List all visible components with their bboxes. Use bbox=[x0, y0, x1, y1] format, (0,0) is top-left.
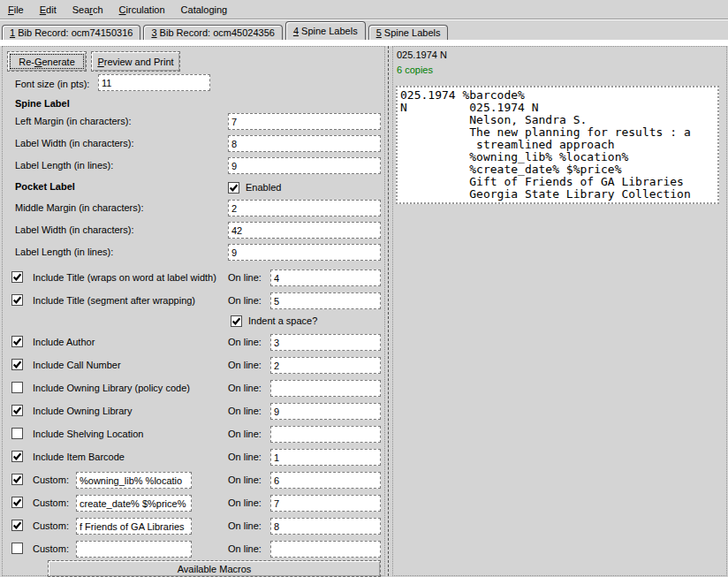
regenerate-button[interactable]: Re-Generate bbox=[7, 51, 87, 72]
settings-panel: Re-Generate Preview and Print Font size … bbox=[2, 46, 385, 576]
include-owning-library-label: Include Owning Library bbox=[33, 406, 133, 416]
custom-3-checkbox[interactable] bbox=[11, 520, 23, 531]
menu-label: Catalo bbox=[181, 4, 209, 15]
available-macros-button[interactable]: Available Macros bbox=[48, 560, 381, 577]
menu-circulation[interactable]: Circulation bbox=[111, 2, 173, 18]
custom-1-checkbox[interactable] bbox=[11, 474, 23, 485]
on-line-label: On line: bbox=[228, 452, 262, 462]
pocket-label-length-label: Label Length (in lines): bbox=[15, 247, 113, 257]
custom-3-label: Custom: bbox=[33, 520, 69, 531]
tab-spine-labels-5[interactable]: 5 Spine Labels bbox=[368, 25, 449, 40]
on-line-input-call-number[interactable] bbox=[270, 357, 381, 374]
custom-2-checkbox[interactable] bbox=[11, 497, 23, 508]
button-mnemonic: P bbox=[97, 57, 103, 67]
custom-3-value-input[interactable] bbox=[76, 518, 192, 535]
menu-search[interactable]: Search bbox=[64, 2, 111, 18]
menu-mnemonic: C bbox=[119, 4, 126, 15]
on-line-input-item-barcode[interactable] bbox=[270, 449, 381, 466]
pocket-enabled-label: Enabled bbox=[246, 182, 281, 193]
check-icon bbox=[12, 406, 22, 415]
tab-bib-record-ocm45024356[interactable]: 3 Bib Record: ocm45024356 bbox=[143, 25, 282, 40]
font-size-input[interactable] bbox=[98, 74, 210, 91]
spine-label-length-label: Label Length (in lines): bbox=[15, 160, 113, 171]
indent-a-space-checkbox[interactable] bbox=[231, 315, 242, 327]
on-line-label: On line: bbox=[228, 429, 262, 439]
preview-and-print-button[interactable]: Preview and Print bbox=[91, 51, 180, 72]
menu-label: dit bbox=[46, 4, 57, 15]
custom-2-value-input[interactable] bbox=[76, 495, 192, 512]
tab-content-strip bbox=[0, 40, 728, 46]
panel-splitter[interactable] bbox=[388, 46, 391, 576]
tab-label: Spine Labels bbox=[382, 27, 441, 38]
include-title-segment-checkbox[interactable] bbox=[11, 294, 23, 306]
menu-edit[interactable]: Edit bbox=[32, 2, 64, 18]
pocket-label-length-input[interactable] bbox=[228, 244, 381, 261]
spine-left-margin-input[interactable] bbox=[228, 113, 381, 130]
font-size-label: Font size (in pts): bbox=[15, 79, 89, 89]
menu-file[interactable]: File bbox=[0, 2, 32, 18]
include-call-number-checkbox[interactable] bbox=[11, 359, 23, 370]
on-line-input-custom-2[interactable] bbox=[270, 495, 381, 512]
menu-label: irculation bbox=[126, 4, 165, 15]
menu-label: ing bbox=[215, 4, 228, 15]
menu-label: Sea bbox=[72, 4, 90, 15]
tab-label: Spine Labels bbox=[299, 26, 358, 36]
include-title-wrap-label: Include Title (wraps on word at label wi… bbox=[33, 272, 216, 283]
include-author-label: Include Author bbox=[33, 337, 95, 347]
call-number-label: 025.1974 N bbox=[397, 49, 447, 60]
check-icon bbox=[12, 337, 22, 346]
on-line-input-shelving-location[interactable] bbox=[270, 426, 381, 443]
include-owning-policy-label: Include Owning Library (policy code) bbox=[33, 383, 190, 393]
button-label: enerate bbox=[42, 57, 74, 67]
check-icon bbox=[12, 497, 22, 507]
spine-label-length-input[interactable] bbox=[228, 157, 381, 174]
spine-left-margin-label: Left Margin (in characters): bbox=[15, 116, 131, 126]
on-line-input-custom-1[interactable] bbox=[270, 472, 381, 489]
custom-4-checkbox[interactable] bbox=[11, 543, 23, 554]
include-call-number-label: Include Call Number bbox=[33, 360, 121, 370]
on-line-input-author[interactable] bbox=[270, 334, 381, 351]
check-icon bbox=[229, 183, 239, 193]
on-line-input-custom-3[interactable] bbox=[270, 518, 381, 535]
include-title-wrap-checkbox[interactable] bbox=[11, 271, 23, 283]
pocket-label-width-input[interactable] bbox=[228, 222, 381, 239]
include-item-barcode-checkbox[interactable] bbox=[11, 451, 23, 462]
custom-4-value-input[interactable] bbox=[76, 541, 192, 558]
spine-label-width-label: Label Width (in characters): bbox=[15, 138, 134, 148]
include-owning-library-checkbox[interactable] bbox=[11, 405, 23, 416]
preview-panel: 025.1974 N 6 copies 025.1974 %barcode% N… bbox=[392, 46, 727, 576]
check-icon bbox=[12, 475, 22, 484]
pocket-enabled-checkbox[interactable] bbox=[228, 182, 239, 194]
menu-cataloging[interactable]: Cataloging bbox=[173, 2, 236, 18]
spine-label-width-input[interactable] bbox=[228, 135, 381, 152]
pocket-middle-margin-input[interactable] bbox=[228, 200, 381, 216]
on-line-label: On line: bbox=[228, 406, 262, 416]
check-icon bbox=[12, 360, 22, 369]
on-line-input-custom-4[interactable] bbox=[270, 541, 381, 558]
custom-1-value-input[interactable] bbox=[76, 472, 192, 489]
on-line-label: On line: bbox=[228, 337, 262, 347]
on-line-input-title-segment[interactable] bbox=[270, 292, 381, 309]
menu-label: ch bbox=[93, 4, 103, 15]
label-preview-textarea[interactable]: 025.1974 %barcode% N 025.1974 N Nelson, … bbox=[396, 86, 719, 204]
on-line-input-owning-library[interactable] bbox=[270, 403, 381, 420]
include-owning-policy-checkbox[interactable] bbox=[11, 382, 23, 393]
tab-bib-record-ocm74150316[interactable]: 1 Bib Record: ocm74150316 bbox=[2, 25, 140, 40]
custom-2-label: Custom: bbox=[33, 497, 69, 508]
include-author-checkbox[interactable] bbox=[11, 336, 23, 347]
indent-a-space-label: Indent a space? bbox=[248, 315, 317, 326]
custom-1-label: Custom: bbox=[33, 475, 69, 485]
on-line-label: On line: bbox=[228, 520, 262, 531]
on-line-label: On line: bbox=[228, 497, 262, 508]
tab-spine-labels-4[interactable]: 4 Spine Labels bbox=[285, 21, 366, 40]
check-icon bbox=[12, 295, 22, 305]
check-icon bbox=[12, 272, 22, 282]
menu-mnemonic: E bbox=[40, 4, 46, 15]
on-line-label: On line: bbox=[228, 360, 262, 370]
on-line-input-owning-policy[interactable] bbox=[270, 380, 381, 397]
check-icon bbox=[12, 452, 22, 461]
tab-label: Bib Record: ocm74150316 bbox=[15, 27, 133, 38]
on-line-label: On line: bbox=[228, 383, 262, 393]
on-line-input-title-wrap[interactable] bbox=[270, 270, 381, 286]
include-shelving-location-checkbox[interactable] bbox=[11, 428, 23, 439]
